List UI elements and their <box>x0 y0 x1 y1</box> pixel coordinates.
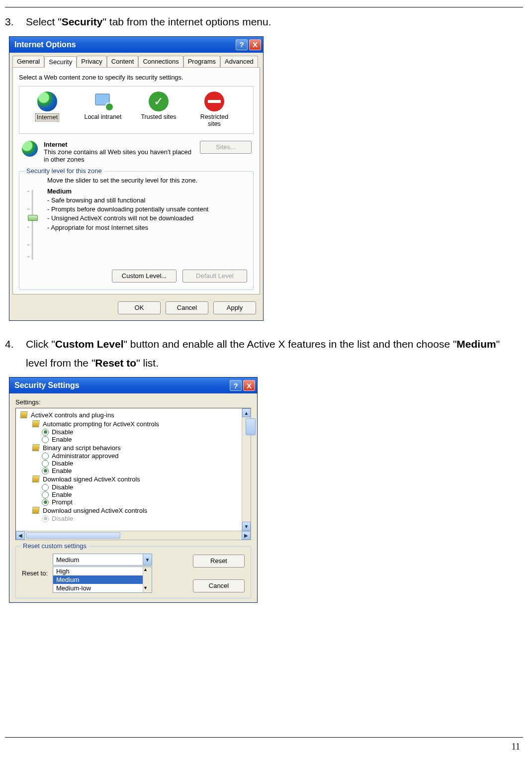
no-entry-icon <box>204 92 224 111</box>
close-button[interactable]: X <box>243 380 255 391</box>
reset-legend: Reset custom settings <box>21 542 89 550</box>
s4-mid1: " button and enable all the Active X fea… <box>124 338 457 350</box>
opt-disable[interactable]: Disable <box>19 460 250 467</box>
zone-trusted-label: Trusted sites <box>140 113 177 120</box>
s4-post: " list. <box>136 357 159 369</box>
opt-enable[interactable]: Enable <box>19 467 250 475</box>
opt-admin-approved[interactable]: Administrator approved <box>19 452 250 460</box>
step-3-post: " tab from the internet options menu. <box>103 16 271 27</box>
opt-enable[interactable]: Enable <box>19 491 250 498</box>
gear-icon <box>32 420 39 427</box>
zone-local-intranet[interactable]: Local intranet <box>82 92 124 127</box>
cancel-button[interactable]: Cancel <box>193 579 245 592</box>
scroll-right-icon[interactable]: ▶ <box>242 531 251 540</box>
level-name: Medium <box>47 187 247 196</box>
tabs-strip: General Security Privacy Content Connect… <box>9 53 263 67</box>
security-slider[interactable] <box>25 187 40 262</box>
step-3-pre: Select " <box>26 16 62 27</box>
scroll-left-icon[interactable]: ◀ <box>16 531 25 540</box>
tab-connections[interactable]: Connections <box>138 56 183 67</box>
reset-to-label: Reset to: <box>22 570 48 577</box>
tab-programs[interactable]: Programs <box>183 56 220 67</box>
reset-to-combobox[interactable]: Medium ▼ <box>53 554 152 566</box>
step-3-text: Select "Security" tab from the internet … <box>26 12 523 31</box>
s4-pre1: Click " <box>26 338 55 350</box>
step-3-number: 3. <box>5 12 26 31</box>
ok-button[interactable]: OK <box>118 301 161 314</box>
reset-to-dropdown[interactable]: High Medium Medium-low ▲ ▼ <box>53 567 152 593</box>
zone-internet-label: Internet <box>35 113 59 121</box>
tab-content[interactable]: Content <box>107 56 139 67</box>
bottom-rule <box>5 737 523 738</box>
reset-custom-group: Reset custom settings Reset to: Medium ▼… <box>15 546 251 598</box>
radio-icon <box>42 484 49 491</box>
opt-disable-partial[interactable]: Disable <box>19 515 250 522</box>
scroll-thumb[interactable] <box>246 418 256 435</box>
horizontal-scrollbar[interactable]: ◀ ▶ <box>16 531 251 540</box>
settings-label: Settings: <box>15 398 251 406</box>
apply-button[interactable]: Apply <box>213 301 256 314</box>
scroll-down-icon[interactable]: ▼ <box>143 585 152 592</box>
radio-icon <box>42 515 49 522</box>
zone-desc-heading: Internet <box>44 141 195 148</box>
vertical-scrollbar[interactable]: ▲ ▼ <box>242 408 251 531</box>
default-level-button[interactable]: Default Level <box>182 270 247 283</box>
opt-prompt[interactable]: Prompt <box>19 498 250 506</box>
opt-disable[interactable]: Disable <box>19 483 250 491</box>
globe-icon <box>37 92 57 111</box>
dialog-buttons: OK Cancel Apply <box>9 297 263 320</box>
sub-auto-prompting: Automatic prompting for ActiveX controls <box>19 419 250 428</box>
dropdown-scrollbar[interactable]: ▲ ▼ <box>143 567 152 592</box>
opt-disable[interactable]: Disable <box>19 428 250 436</box>
reset-button[interactable]: Reset <box>193 555 245 568</box>
check-icon: ✓ <box>149 92 169 111</box>
security-settings-dialog: Security Settings ? X Settings: ActiveX … <box>9 377 258 603</box>
bullet-1: - Safe browsing and still functional <box>47 196 247 205</box>
custom-level-button[interactable]: Custom Level... <box>112 270 177 283</box>
zone-internet[interactable]: Internet <box>26 92 68 127</box>
titlebar[interactable]: Security Settings ? X <box>9 378 257 393</box>
tab-privacy[interactable]: Privacy <box>77 56 107 67</box>
sub-binary-script: Binary and script behaviors <box>19 443 250 452</box>
reset-to-value: Medium <box>53 556 143 564</box>
close-button[interactable]: X <box>249 39 261 50</box>
bullet-2: - Prompts before downloading potentially… <box>47 205 247 214</box>
gear-icon <box>20 411 27 418</box>
cancel-button[interactable]: Cancel <box>166 301 208 314</box>
slider-thumb[interactable] <box>28 215 38 221</box>
chevron-down-icon[interactable]: ▼ <box>143 554 152 565</box>
help-button[interactable]: ? <box>236 39 248 50</box>
security-panel: Select a Web content zone to specify its… <box>12 67 260 294</box>
scroll-thumb[interactable] <box>26 532 120 539</box>
settings-listbox[interactable]: ActiveX controls and plug-ins Automatic … <box>15 408 251 540</box>
option-high[interactable]: High <box>53 567 152 575</box>
radio-icon <box>42 460 49 467</box>
tab-security[interactable]: Security <box>44 56 77 68</box>
zone-instruction: Select a Web content zone to specify its… <box>19 74 254 81</box>
opt-enable[interactable]: Enable <box>19 436 250 443</box>
zone-intranet-label: Local intranet <box>83 113 122 120</box>
tab-general[interactable]: General <box>12 56 44 67</box>
radio-icon <box>42 453 49 460</box>
bullet-3: - Unsigned ActiveX controls will not be … <box>47 214 247 223</box>
zone-restricted-sites[interactable]: Restricted sites <box>193 92 235 127</box>
top-rule <box>5 7 523 7</box>
scroll-down-icon[interactable]: ▼ <box>242 522 251 531</box>
option-medium[interactable]: Medium <box>53 575 152 584</box>
option-medium-low[interactable]: Medium-low <box>53 584 152 592</box>
radio-icon <box>42 436 49 443</box>
scroll-up-icon[interactable]: ▲ <box>143 567 152 574</box>
titlebar[interactable]: Internet Options ? X <box>9 37 263 53</box>
security-level-group: Security level for this zone Move the sl… <box>19 171 254 290</box>
s4-bold1: Custom Level <box>55 338 124 350</box>
radio-icon <box>42 429 49 436</box>
sites-button[interactable]: Sites... <box>200 141 252 154</box>
help-button[interactable]: ? <box>230 380 242 391</box>
globe-icon <box>22 141 38 157</box>
zone-trusted-sites[interactable]: ✓ Trusted sites <box>138 92 179 127</box>
tab-advanced[interactable]: Advanced <box>220 56 258 67</box>
group-legend: Security level for this zone <box>24 167 104 175</box>
scroll-up-icon[interactable]: ▲ <box>242 408 251 417</box>
page-number: 11 <box>5 742 523 752</box>
dialog-title: Internet Options <box>14 40 76 49</box>
